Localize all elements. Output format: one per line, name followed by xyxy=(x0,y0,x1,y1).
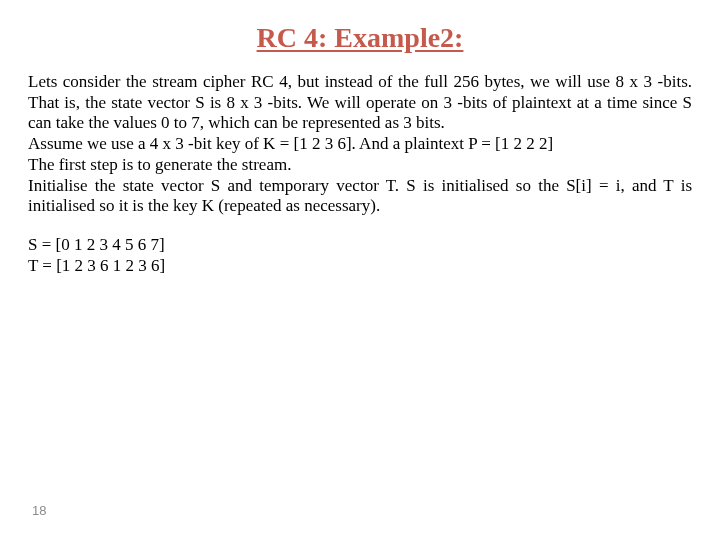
paragraph-1: Lets consider the stream cipher RC 4, bu… xyxy=(28,72,692,134)
slide: RC 4: Example2: Lets consider the stream… xyxy=(0,0,720,540)
paragraph-4: Initialise the state vector S and tempor… xyxy=(28,176,692,217)
paragraph-2: Assume we use a 4 x 3 -bit key of K = [1… xyxy=(28,134,692,155)
page-number: 18 xyxy=(32,503,46,518)
code-line-t: T = [1 2 3 6 1 2 3 6] xyxy=(28,256,692,277)
slide-body: Lets consider the stream cipher RC 4, bu… xyxy=(28,72,692,277)
spacer xyxy=(28,217,692,235)
code-line-s: S = [0 1 2 3 4 5 6 7] xyxy=(28,235,692,256)
slide-title: RC 4: Example2: xyxy=(28,22,692,54)
paragraph-3: The first step is to generate the stream… xyxy=(28,155,692,176)
